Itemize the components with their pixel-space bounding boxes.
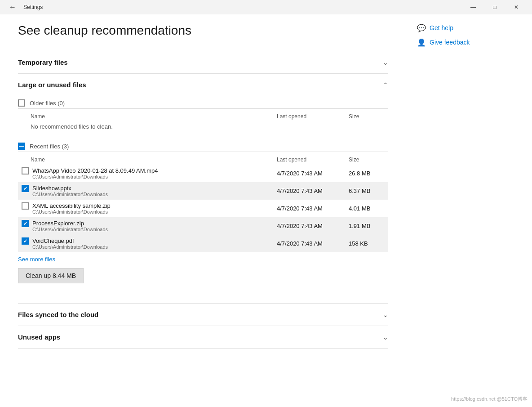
file-row-1: Slideshow.pptxC:\Users\Administrator\Dow… — [18, 182, 388, 200]
file-path-0: C:\Users\Administrator\Downloads — [32, 174, 158, 179]
title-bar: ← Settings — □ ✕ — [0, 0, 532, 14]
large-unused-title: Large or unused files — [18, 81, 86, 89]
file-date-1: 4/7/2020 7:43 AM — [277, 188, 349, 194]
file-date-4: 4/7/2020 7:43 AM — [277, 240, 349, 247]
unused-apps-section: Unused apps ⌄ — [18, 326, 388, 349]
recent-files-subsection: Recent files (3) Name Last opened Size W… — [18, 139, 388, 291]
older-files-col-size: Size — [349, 113, 385, 120]
file-date-2: 4/7/2020 7:43 AM — [277, 205, 349, 212]
main-content: See cleanup recommendations Temporary fi… — [0, 14, 532, 407]
maximize-button[interactable]: □ — [484, 0, 505, 14]
files-synced-title: Files synced to the cloud — [18, 311, 98, 318]
file-size-2: 4.01 MB — [349, 205, 385, 212]
file-name-cell-1: Slideshow.pptxC:\Users\Administrator\Dow… — [22, 185, 277, 197]
give-feedback-label: Give feedback — [430, 39, 470, 46]
file-name-text-2: XAML accessibility sample.zip — [32, 202, 111, 209]
file-checkbox-1[interactable] — [22, 185, 29, 192]
file-row-4: VoidCheque.pdfC:\Users\Administrator\Dow… — [18, 235, 388, 252]
get-help-label: Get help — [430, 24, 453, 31]
file-path-4: C:\Users\Administrator\Downloads — [32, 244, 108, 250]
close-button[interactable]: ✕ — [506, 0, 527, 14]
recent-files-col-date: Last opened — [277, 157, 349, 163]
back-button[interactable]: ← — [5, 1, 20, 13]
temporary-files-section: Temporary files ⌄ — [18, 51, 388, 74]
file-name-text-3: ProcessExplorer.zip — [32, 220, 108, 227]
files-synced-section: Files synced to the cloud ⌄ — [18, 304, 388, 326]
sidebar-right: 💬 Get help 👤 Give feedback — [406, 14, 532, 407]
file-info-4: VoidCheque.pdfC:\Users\Administrator\Dow… — [32, 237, 108, 250]
recent-files-checkbox[interactable] — [18, 143, 25, 150]
file-date-0: 4/7/2020 7:43 AM — [277, 170, 349, 177]
file-row-3: ProcessExplorer.zipC:\Users\Administrato… — [18, 217, 388, 235]
file-checkbox-3[interactable] — [22, 220, 29, 227]
file-name-text-0: WhatsApp Video 2020-01-28 at 8.09.49 AM.… — [32, 167, 158, 174]
files-synced-header[interactable]: Files synced to the cloud ⌄ — [18, 304, 388, 326]
large-unused-chevron: ⌃ — [383, 81, 388, 89]
older-files-table-header: Name Last opened Size — [18, 112, 388, 121]
unused-apps-header[interactable]: Unused apps ⌄ — [18, 326, 388, 348]
file-date-3: 4/7/2020 7:43 AM — [277, 223, 349, 229]
file-row-0: WhatsApp Video 2020-01-28 at 8.09.49 AM.… — [18, 165, 388, 182]
file-size-3: 1.91 MB — [349, 223, 385, 229]
recent-files-title: Recent files (3) — [30, 143, 388, 150]
file-name-cell-0: WhatsApp Video 2020-01-28 at 8.09.49 AM.… — [22, 167, 277, 179]
file-info-2: XAML accessibility sample.zipC:\Users\Ad… — [32, 202, 111, 215]
files-synced-chevron: ⌄ — [383, 311, 388, 318]
file-name-cell-2: XAML accessibility sample.zipC:\Users\Ad… — [22, 202, 277, 215]
older-files-checkbox-wrapper[interactable] — [18, 99, 25, 107]
older-files-col-name: Name — [31, 113, 277, 120]
file-name-text-4: VoidCheque.pdf — [32, 237, 108, 244]
cleanup-button[interactable]: Clean up 8.44 MB — [18, 268, 84, 283]
minimize-button[interactable]: — — [463, 0, 483, 14]
file-checkbox-0[interactable] — [22, 167, 29, 174]
temporary-files-header[interactable]: Temporary files ⌄ — [18, 51, 388, 73]
file-path-3: C:\Users\Administrator\Downloads — [32, 227, 108, 232]
older-files-subsection: Older files (0) Name Last opened Size No… — [18, 96, 388, 134]
recent-files-col-size: Size — [349, 157, 385, 163]
file-row-2: XAML accessibility sample.zipC:\Users\Ad… — [18, 200, 388, 217]
see-more-link[interactable]: See more files — [18, 252, 388, 266]
temporary-files-chevron: ⌄ — [383, 59, 388, 66]
file-path-1: C:\Users\Administrator\Downloads — [32, 192, 108, 197]
unused-apps-title: Unused apps — [18, 333, 60, 341]
older-files-header: Older files (0) — [18, 96, 388, 109]
file-info-0: WhatsApp Video 2020-01-28 at 8.09.49 AM.… — [32, 167, 158, 179]
file-rows-container: WhatsApp Video 2020-01-28 at 8.09.49 AM.… — [18, 165, 388, 252]
no-files-message: No recommended files to clean. — [18, 121, 388, 134]
file-path-2: C:\Users\Administrator\Downloads — [32, 209, 111, 215]
file-checkbox-4[interactable] — [22, 237, 29, 245]
file-name-cell-4: VoidCheque.pdfC:\Users\Administrator\Dow… — [22, 237, 277, 250]
give-feedback-icon: 👤 — [417, 38, 426, 47]
recent-files-checkbox-wrapper[interactable] — [18, 143, 25, 150]
large-unused-content: Older files (0) Name Last opened Size No… — [18, 96, 388, 303]
file-checkbox-2[interactable] — [22, 202, 29, 210]
give-feedback-link[interactable]: 👤 Give feedback — [417, 38, 521, 47]
title-bar-title: Settings — [23, 4, 43, 10]
file-name-cell-3: ProcessExplorer.zipC:\Users\Administrato… — [22, 220, 277, 232]
temporary-files-title: Temporary files — [18, 58, 68, 66]
large-unused-section: Large or unused files ⌃ Older files (0) … — [18, 74, 388, 304]
file-size-4: 158 KB — [349, 240, 385, 247]
recent-files-table-header: Name Last opened Size — [18, 156, 388, 165]
title-bar-controls: — □ ✕ — [463, 0, 527, 14]
file-size-1: 6.37 MB — [349, 188, 385, 194]
page-title: See cleanup recommendations — [18, 23, 388, 38]
title-bar-left: ← Settings — [5, 1, 43, 13]
get-help-icon: 💬 — [417, 23, 426, 32]
unused-apps-chevron: ⌄ — [383, 334, 388, 341]
large-unused-header[interactable]: Large or unused files ⌃ — [18, 74, 388, 96]
recent-files-header: Recent files (3) — [18, 139, 388, 152]
file-info-3: ProcessExplorer.zipC:\Users\Administrato… — [32, 220, 108, 232]
older-files-checkbox[interactable] — [18, 99, 25, 107]
settings-panel: See cleanup recommendations Temporary fi… — [0, 14, 406, 407]
get-help-link[interactable]: 💬 Get help — [417, 23, 521, 32]
file-info-1: Slideshow.pptxC:\Users\Administrator\Dow… — [32, 185, 108, 197]
recent-files-col-name: Name — [31, 157, 277, 163]
file-name-text-1: Slideshow.pptx — [32, 185, 108, 192]
older-files-title: Older files (0) — [30, 100, 388, 107]
watermark: https://blog.csdn.net @51CTO博客 — [451, 396, 528, 403]
older-files-col-date: Last opened — [277, 113, 349, 120]
file-size-0: 26.8 MB — [349, 170, 385, 177]
